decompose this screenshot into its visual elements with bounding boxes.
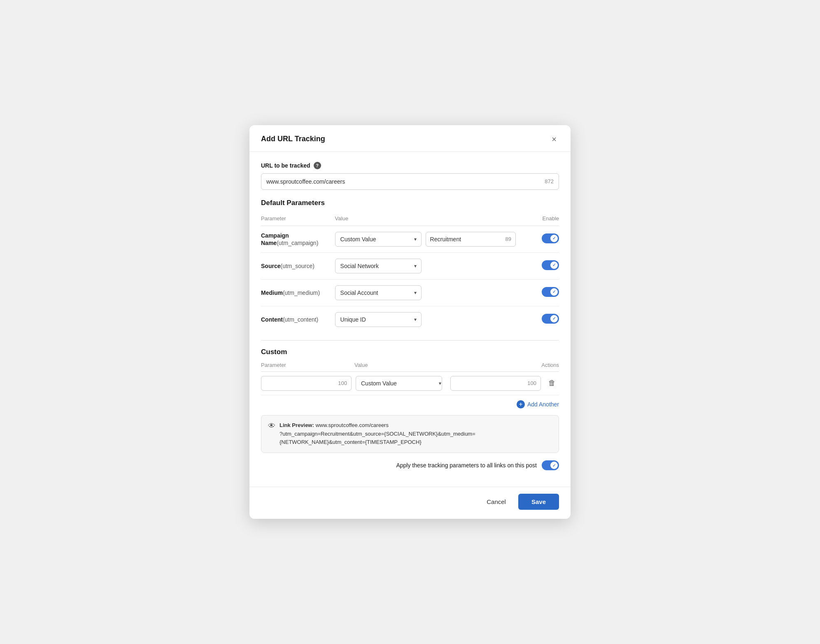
col-header-value: Value bbox=[335, 213, 516, 226]
add-icon: + bbox=[517, 400, 525, 408]
cancel-button[interactable]: Cancel bbox=[479, 494, 513, 509]
link-preview-params: ?utm_campaign=Recruitment&utm_source={SO… bbox=[280, 431, 475, 446]
param-name-cell: Medium(utm_medium) bbox=[261, 279, 335, 306]
apply-label: Apply these tracking parameters to all l… bbox=[396, 462, 537, 469]
param-name: Source(utm_source) bbox=[261, 263, 314, 269]
enable-cell: ✓ bbox=[516, 306, 559, 333]
value-select[interactable]: Custom Value bbox=[335, 232, 422, 247]
custom-value-input[interactable] bbox=[430, 232, 502, 246]
toggle-check-icon: ✓ bbox=[552, 316, 556, 321]
custom-value-input[interactable] bbox=[455, 376, 527, 390]
add-another-label: Add Another bbox=[527, 401, 559, 408]
value-select[interactable]: Social Account bbox=[335, 285, 422, 300]
custom-value-char: 100 bbox=[527, 380, 536, 386]
param-name: Campaign Name(utm_campaign) bbox=[261, 232, 318, 246]
url-input[interactable] bbox=[266, 174, 541, 189]
param-value-cell: Custom Value ▾ 89 bbox=[335, 226, 516, 252]
param-value-cell: Social Account ▾ bbox=[335, 279, 516, 306]
param-value-cell: Unique ID ▾ bbox=[335, 306, 516, 333]
table-row: Content(utm_content) Unique ID ▾ ✓ bbox=[261, 306, 559, 333]
select-wrap: Custom Value ▾ bbox=[335, 232, 422, 247]
select-wrap: Unique ID ▾ bbox=[335, 312, 422, 327]
default-params-title: Default Parameters bbox=[261, 199, 559, 207]
enable-cell: ✓ bbox=[516, 226, 559, 252]
param-utm: (utm_medium) bbox=[283, 289, 320, 296]
link-preview-url: www.sproutcoffee.com/careers bbox=[315, 422, 389, 428]
custom-rows-container: 100 Custom Value ▾ 100 🗑 bbox=[261, 372, 559, 395]
apply-toggle[interactable]: ✓ bbox=[542, 460, 559, 470]
url-char-count: 872 bbox=[545, 178, 554, 184]
custom-value-input-wrap: 100 bbox=[450, 376, 541, 391]
url-field-label: URL to be tracked ? bbox=[261, 162, 559, 169]
enable-toggle[interactable]: ✓ bbox=[542, 287, 559, 297]
value-select[interactable]: Social Network bbox=[335, 259, 422, 273]
eye-icon: 👁 bbox=[268, 422, 275, 430]
col-header-enable: Enable bbox=[516, 213, 559, 226]
custom-value-select[interactable]: Custom Value bbox=[356, 376, 442, 391]
modal-footer: Cancel Save bbox=[249, 487, 571, 519]
param-name-cell: Content(utm_content) bbox=[261, 306, 335, 333]
select-wrap: Social Account ▾ bbox=[335, 285, 422, 300]
custom-col-param: Parameter bbox=[261, 362, 350, 368]
param-name: Medium(utm_medium) bbox=[261, 289, 320, 296]
param-utm: (utm_campaign) bbox=[277, 240, 318, 246]
enable-toggle[interactable]: ✓ bbox=[542, 260, 559, 270]
custom-value-wrap: 89 bbox=[426, 232, 516, 247]
link-preview: 👁 Link Preview: www.sproutcoffee.com/car… bbox=[261, 415, 559, 453]
modal-body: URL to be tracked ? 872 Default Paramete… bbox=[249, 152, 571, 487]
toggle-check-icon: ✓ bbox=[552, 263, 556, 267]
param-name-cell: Source(utm_source) bbox=[261, 252, 335, 279]
list-item: 100 Custom Value ▾ 100 🗑 bbox=[261, 372, 559, 395]
param-value-cell: Social Network ▾ bbox=[335, 252, 516, 279]
custom-col-actions: Actions bbox=[541, 362, 559, 368]
close-button[interactable]: × bbox=[549, 134, 559, 144]
value-select[interactable]: Unique ID bbox=[335, 312, 422, 327]
delete-button[interactable]: 🗑 bbox=[545, 377, 559, 389]
value-cell: Social Network ▾ bbox=[335, 259, 516, 273]
custom-param-input-wrap: 100 bbox=[261, 376, 352, 391]
apply-row: Apply these tracking parameters to all l… bbox=[261, 460, 559, 470]
modal-header: Add URL Tracking × bbox=[249, 125, 571, 152]
param-utm: (utm_content) bbox=[283, 316, 318, 323]
select-wrap: Social Network ▾ bbox=[335, 259, 422, 273]
url-label: URL to be tracked bbox=[261, 162, 310, 169]
modal-title: Add URL Tracking bbox=[261, 135, 325, 143]
toggle-check-icon: ✓ bbox=[552, 289, 556, 294]
col-header-param: Parameter bbox=[261, 213, 335, 226]
custom-param-input[interactable] bbox=[266, 376, 338, 390]
custom-section-title: Custom bbox=[261, 348, 559, 356]
toggle-check-icon: ✓ bbox=[552, 236, 556, 240]
enable-cell: ✓ bbox=[516, 279, 559, 306]
enable-toggle[interactable]: ✓ bbox=[542, 314, 559, 324]
apply-toggle-check: ✓ bbox=[552, 463, 556, 468]
enable-cell: ✓ bbox=[516, 252, 559, 279]
url-input-wrap: 872 bbox=[261, 173, 559, 190]
custom-value-select-wrap: Custom Value ▾ bbox=[356, 376, 446, 391]
param-name: Content(utm_content) bbox=[261, 316, 318, 323]
param-utm: (utm_source) bbox=[280, 263, 314, 269]
link-preview-label: Link Preview: bbox=[280, 422, 314, 428]
param-name-cell: Campaign Name(utm_campaign) bbox=[261, 226, 335, 252]
custom-col-value: Value bbox=[354, 362, 444, 368]
save-button[interactable]: Save bbox=[518, 494, 559, 510]
value-cell: Unique ID ▾ bbox=[335, 312, 516, 327]
value-cell: Custom Value ▾ 89 bbox=[335, 232, 516, 247]
custom-value-char: 89 bbox=[506, 236, 511, 242]
section-divider bbox=[261, 340, 559, 341]
link-preview-row: 👁 Link Preview: www.sproutcoffee.com/car… bbox=[268, 421, 552, 447]
modal: Add URL Tracking × URL to be tracked ? 8… bbox=[249, 125, 571, 519]
table-row: Source(utm_source) Social Network ▾ ✓ bbox=[261, 252, 559, 279]
table-row: Campaign Name(utm_campaign) Custom Value… bbox=[261, 226, 559, 252]
custom-col-value2 bbox=[448, 362, 537, 368]
table-row: Medium(utm_medium) Social Account ▾ ✓ bbox=[261, 279, 559, 306]
help-icon[interactable]: ? bbox=[314, 162, 321, 169]
custom-param-char: 100 bbox=[338, 380, 347, 386]
default-params-table: Parameter Value Enable Campaign Name(utm… bbox=[261, 213, 559, 333]
custom-col-headers: Parameter Value Actions bbox=[261, 362, 559, 372]
value-cell: Social Account ▾ bbox=[335, 285, 516, 300]
add-another-button[interactable]: + Add Another bbox=[517, 400, 559, 408]
enable-toggle[interactable]: ✓ bbox=[542, 233, 559, 243]
link-preview-text: Link Preview: www.sproutcoffee.com/caree… bbox=[280, 421, 552, 447]
add-another-row: + Add Another bbox=[261, 400, 559, 408]
